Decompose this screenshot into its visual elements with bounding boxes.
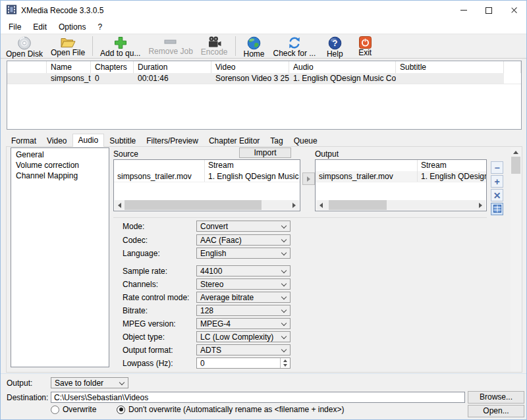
help-button[interactable]: ? Help	[319, 35, 350, 57]
tab-chapter-editor[interactable]: Chapter Editor	[204, 136, 265, 147]
codec-select[interactable]: AAC (Faac)	[196, 234, 291, 246]
bitrate-select[interactable]: 128	[196, 305, 291, 316]
tab-tag[interactable]: Tag	[265, 136, 288, 147]
output-mode-select[interactable]: Save to folder	[51, 377, 128, 388]
field-label: Object type:	[123, 332, 196, 342]
tab-video[interactable]: Video	[42, 136, 72, 147]
dont-overwrite-radio[interactable]: Don't overwrite (Automatically rename as…	[117, 405, 344, 414]
overwrite-radio[interactable]: Overwrite	[51, 405, 96, 414]
title-bar: XMedia Recode 3.3.0.5	[1, 1, 526, 20]
form-row-language: Language: English	[123, 248, 291, 259]
tab-subtitle[interactable]: Subtitle	[104, 136, 141, 147]
overwrite-radio-label: Overwrite	[63, 405, 96, 414]
add-to-queue-button[interactable]: Add to qu...	[96, 35, 144, 57]
source-row[interactable]: simpsons_trailer.mov 1. English QDesign …	[114, 171, 300, 182]
scroll-left-icon[interactable]	[115, 200, 125, 210]
job-col-duration[interactable]: Duration	[134, 61, 211, 73]
menu-help[interactable]: ?	[92, 21, 108, 33]
source-file-cell: simpsons_trailer.mov	[114, 171, 205, 182]
scroll-right-icon[interactable]	[476, 200, 485, 210]
rate-control-select[interactable]: Average bitrate	[196, 292, 291, 303]
home-button[interactable]: Home	[239, 35, 269, 57]
import-button[interactable]: Import	[239, 147, 291, 158]
selected-value: 44100	[200, 267, 222, 276]
remove-job-button[interactable]: Remove Job	[144, 35, 196, 57]
scroll-thumb[interactable]	[511, 157, 520, 174]
scroll-thumb[interactable]	[125, 200, 262, 210]
spin-up-icon[interactable]	[281, 358, 290, 363]
job-cell-video: Sorenson Video 3 25.00 H...	[211, 73, 289, 84]
stream-properties-button[interactable]	[491, 203, 503, 215]
encode-button[interactable]: Encode	[197, 35, 232, 57]
tab-audio[interactable]: Audio	[72, 134, 105, 147]
job-list: Name Chapters Duration Video Audio Subti…	[7, 61, 522, 130]
x-icon: ✕	[493, 191, 501, 200]
list-item-channel-mapping[interactable]: Channel Mapping	[11, 171, 109, 181]
lowpass-spinner[interactable]: 0	[196, 357, 291, 369]
output-format-select[interactable]: ADTS	[196, 344, 291, 355]
list-item-volume-correction[interactable]: Volume correction	[11, 160, 109, 171]
close-button[interactable]	[501, 1, 526, 20]
scroll-left-icon[interactable]	[316, 200, 326, 210]
scroll-up-icon[interactable]	[511, 147, 521, 157]
open-button[interactable]: Open...	[468, 405, 524, 417]
chevron-down-icon	[281, 347, 287, 352]
output-row[interactable]: simpsons_trailer.mov 1. English QDesign …	[316, 171, 486, 182]
open-file-button[interactable]: Open File	[47, 35, 89, 57]
job-row[interactable]: simpsons_t... 0 00:01:46 Sorenson Video …	[7, 73, 521, 84]
menu-edit[interactable]: Edit	[27, 21, 53, 33]
copy-stream-button[interactable]	[302, 172, 315, 185]
toolbar-label: Check for ...	[273, 49, 316, 58]
clear-streams-button[interactable]: ✕	[491, 189, 503, 201]
remove-stream-button[interactable]: −	[491, 161, 503, 174]
toolbar-label: Encode	[201, 48, 228, 57]
job-list-header: Name Chapters Duration Video Audio Subti…	[7, 61, 521, 73]
destination-input[interactable]	[51, 392, 465, 403]
scroll-thumb[interactable]	[329, 200, 387, 210]
spinner-value: 0	[200, 359, 205, 368]
exit-power-icon	[359, 36, 372, 49]
job-cell-audio: 1. English QDesign Music Codec 2 12...	[289, 73, 396, 84]
open-folder-icon	[60, 36, 76, 49]
open-disk-button[interactable]: Open Disk	[2, 35, 47, 57]
panel-v-scrollbar[interactable]	[511, 147, 521, 371]
exit-button[interactable]: Exit	[350, 35, 380, 57]
minimize-button[interactable]	[451, 1, 476, 20]
mode-select[interactable]: Convert	[196, 221, 291, 232]
job-col-chapters[interactable]: Chapters	[91, 61, 134, 73]
list-item-general[interactable]: General	[11, 149, 109, 160]
form-row-mode: Mode: Convert	[123, 221, 291, 232]
spin-down-icon[interactable]	[281, 363, 290, 369]
close-icon	[511, 7, 518, 14]
maximize-icon	[485, 7, 492, 14]
chevron-down-icon	[281, 237, 287, 242]
svg-text:?: ?	[332, 38, 337, 48]
selected-value: English	[200, 249, 226, 258]
add-stream-button[interactable]: +	[491, 175, 503, 188]
channels-select[interactable]: Stereo	[196, 278, 291, 290]
sample-rate-select[interactable]: 44100	[196, 265, 291, 276]
output-h-scrollbar[interactable]	[316, 200, 485, 210]
scroll-right-icon[interactable]	[289, 200, 299, 210]
check-for-updates-button[interactable]: Check for ...	[269, 35, 320, 57]
job-col-audio[interactable]: Audio	[289, 61, 396, 73]
source-h-scrollbar[interactable]	[115, 200, 299, 210]
job-col-subtitle[interactable]: Subtitle	[396, 61, 504, 73]
language-select[interactable]: English	[196, 248, 291, 259]
field-label: Language:	[123, 249, 196, 258]
mpeg-version-select[interactable]: MPEG-4	[196, 318, 291, 329]
job-col-name[interactable]: Name	[47, 61, 91, 73]
job-col-video[interactable]: Video	[211, 61, 289, 73]
menu-options[interactable]: Options	[53, 21, 92, 33]
audio-tab-panel: General Volume correction Channel Mappin…	[6, 146, 522, 373]
menu-file[interactable]: File	[3, 21, 27, 33]
tab-filters-preview[interactable]: Filters/Preview	[141, 136, 204, 147]
tab-format[interactable]: Format	[6, 136, 42, 147]
disc-icon	[17, 36, 32, 50]
maximize-button[interactable]	[476, 1, 501, 20]
browse-button[interactable]: Browse...	[468, 391, 524, 404]
object-type-select[interactable]: LC (Low Complexity)	[196, 331, 291, 342]
job-cell-chapters: 0	[91, 73, 134, 84]
tab-queue[interactable]: Queue	[289, 136, 323, 147]
job-col-icon[interactable]	[7, 61, 47, 73]
